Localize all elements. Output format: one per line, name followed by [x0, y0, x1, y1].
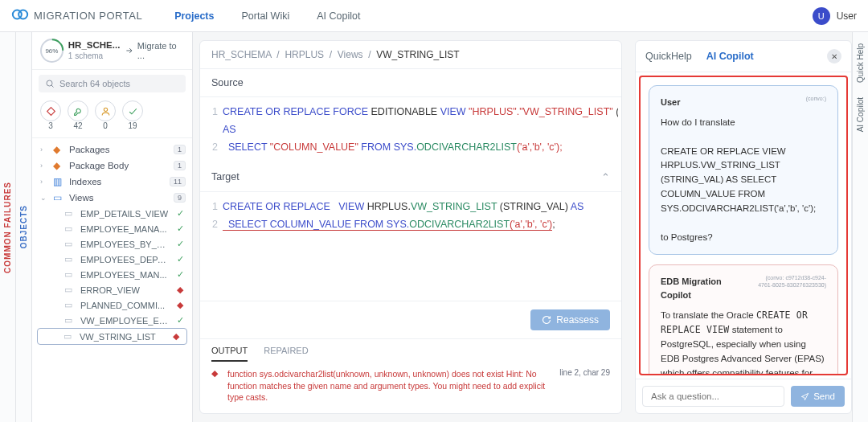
tree-group-packages[interactable]: › ◆ Packages 1	[32, 141, 192, 158]
line-gutter: 12	[203, 199, 223, 234]
nav-projects[interactable]: Projects	[174, 10, 214, 22]
tree-group-package-body[interactable]: › ◆ Package Body 1	[32, 158, 192, 174]
chat-user-p2: CREATE OR REPLACE VIEW HRPLUS.VW_STRING_…	[661, 145, 826, 216]
view-leaf-icon: ▭	[64, 254, 76, 264]
view-leaf-icon: ▭	[64, 223, 76, 234]
tree-leaf[interactable]: ▭EMPLOYEE_MANA...✓	[32, 221, 192, 236]
chat-bot-meta: (convo: c9712d38-c924-4761-8025-83027632…	[754, 275, 826, 289]
index-icon: ▥	[53, 176, 64, 187]
migrate-label: Migrate to ...	[137, 41, 184, 60]
filter-check-count: 19	[123, 121, 142, 130]
target-code[interactable]: 12 CREATE OR REPLACE VIEW HRPLUS.VW_STRI…	[200, 192, 621, 240]
progress-percent: 96%	[45, 47, 58, 55]
tree-label: Views	[69, 193, 169, 203]
center-panel: HR_SCHEMA / HRPLUS / Views / VW_STRING_L…	[199, 40, 622, 414]
migrate-button[interactable]: Migrate to ...	[125, 41, 184, 60]
tree-label: Package Body	[69, 161, 169, 170]
rail-objects-label: OBJECTS	[19, 205, 28, 248]
filter-person[interactable]: 0	[95, 100, 116, 121]
chat-user-bubble: User(convo:) How do I translate CREATE O…	[649, 85, 838, 255]
status-ok-icon: ✓	[174, 208, 186, 219]
chat-body: User(convo:) How do I translate CREATE O…	[639, 76, 848, 375]
tree-leaf[interactable]: ▭EMPLOYEES_MAN...✓	[32, 267, 192, 282]
view-icon: ▭	[53, 192, 64, 203]
project-name: HR_SCHE...	[68, 40, 121, 51]
tree-leaf[interactable]: ▭PLANNED_COMMI...◆	[32, 297, 192, 313]
rrail-aicopilot[interactable]: AI Copilot	[856, 97, 865, 132]
tree-leaf[interactable]: ▭EMP_DETAILS_VIEW✓	[32, 206, 192, 221]
tab-repaired[interactable]: REPAIRED	[264, 346, 308, 362]
filter-person-count: 0	[96, 121, 115, 130]
user-chip[interactable]: U User	[813, 7, 857, 25]
leaf-label: EMPLOYEE_MANA...	[80, 224, 170, 234]
svg-point-1	[18, 10, 27, 19]
nav-copilot[interactable]: AI Copilot	[317, 10, 360, 22]
leaf-label: EMPLOYEES_BY_D...	[80, 240, 170, 249]
search-input[interactable]: Search 64 objects	[39, 75, 186, 92]
chevron-down-icon: ⌄	[40, 194, 48, 202]
filter-row: 3 42 0 19	[32, 97, 192, 128]
filter-wrench[interactable]: 42	[68, 100, 88, 121]
tree-leaf[interactable]: ▭EMPLOYEES_DEPA...✓	[32, 252, 192, 267]
avatar: U	[813, 7, 830, 25]
error-icon: ◆	[211, 368, 218, 378]
status-err-icon: ◆	[174, 300, 186, 310]
output-tabs: OUTPUT REPAIRED	[200, 338, 621, 362]
wrench-icon	[73, 106, 84, 117]
rail-common-failures[interactable]: COMMON FAILURES	[0, 32, 16, 422]
chevron-right-icon: ›	[40, 145, 48, 154]
tree-leaf-selected[interactable]: ▭VW_STRING_LIST◆	[37, 328, 187, 345]
rrail-quickhelp[interactable]: Quick Help	[856, 43, 865, 83]
tree-leaf[interactable]: ▭VW_EMPLOYEE_EX...✓	[32, 313, 192, 328]
user-name: User	[837, 10, 857, 22]
view-leaf-icon: ▭	[64, 239, 76, 249]
tree-group-indexes[interactable]: › ▥ Indexes 11	[32, 174, 192, 190]
tree-label: Packages	[69, 145, 169, 154]
top-nav: Projects Portal Wiki AI Copilot	[174, 10, 360, 22]
migrate-icon	[125, 46, 133, 55]
crumb-a[interactable]: HR_SCHEMA	[211, 49, 272, 60]
chat-input[interactable]	[642, 386, 784, 407]
brand-name: MIGRATION PORTAL	[34, 10, 142, 22]
filter-error[interactable]: 3	[40, 100, 61, 121]
progress-ring-icon: 96%	[40, 39, 63, 63]
brand: MIGRATION PORTAL	[11, 6, 142, 26]
view-leaf-icon: ▭	[64, 269, 76, 280]
reassess-button[interactable]: Reassess	[530, 309, 610, 330]
tab-output[interactable]: OUTPUT	[211, 346, 248, 362]
chat-user-p1: How do I translate	[661, 116, 826, 130]
source-code[interactable]: 1 2 CREATE OR REPLACE FORCE EDITIONABLE …	[200, 97, 621, 163]
crumb-c[interactable]: Views	[338, 49, 363, 60]
object-tree: › ◆ Packages 1 › ◆ Package Body 1 › ▥ In…	[32, 138, 192, 422]
chat-tab-quickhelp[interactable]: QuickHelp	[645, 51, 692, 62]
sidebar: 96% HR_SCHE... 1 schema Migrate to ... S…	[32, 32, 193, 422]
tree-leaf[interactable]: ▭ERROR_VIEW◆	[32, 282, 192, 297]
search-placeholder: Search 64 objects	[59, 79, 130, 88]
chat-close-button[interactable]: ✕	[827, 49, 841, 64]
source-title: Source	[211, 77, 244, 88]
error-icon	[46, 106, 56, 117]
error-line: ◆ function sys.odcivarchar2list(unknown,…	[200, 362, 621, 413]
target-header[interactable]: Target ⌃	[200, 163, 621, 192]
tree-label: Indexes	[69, 177, 165, 186]
rail-objects[interactable]: OBJECTS	[16, 32, 32, 422]
svg-point-2	[47, 80, 52, 86]
chat-tab-copilot[interactable]: AI Copilot	[706, 51, 754, 62]
status-err-icon: ◆	[170, 331, 182, 342]
view-leaf-icon: ▭	[63, 331, 75, 342]
chat-bot-label: EDB Migration Copilot	[661, 275, 754, 302]
status-ok-icon: ✓	[174, 269, 186, 280]
collapse-icon[interactable]: ⌃	[601, 171, 610, 183]
tree-count: 1	[174, 161, 186, 170]
crumb-b[interactable]: HRPLUS	[285, 49, 324, 60]
send-button[interactable]: Send	[791, 386, 845, 407]
search-icon	[45, 79, 55, 88]
tree-leaf[interactable]: ▭EMPLOYEES_BY_D...✓	[32, 236, 192, 252]
nav-wiki[interactable]: Portal Wiki	[241, 10, 289, 22]
tree-group-views[interactable]: ⌄ ▭ Views 9	[32, 190, 192, 206]
status-ok-icon: ✓	[174, 239, 186, 249]
filter-check[interactable]: 19	[122, 100, 143, 121]
svg-point-3	[104, 108, 107, 111]
crumb-current: VW_STRING_LIST	[376, 49, 459, 60]
tree-count: 9	[174, 193, 186, 203]
